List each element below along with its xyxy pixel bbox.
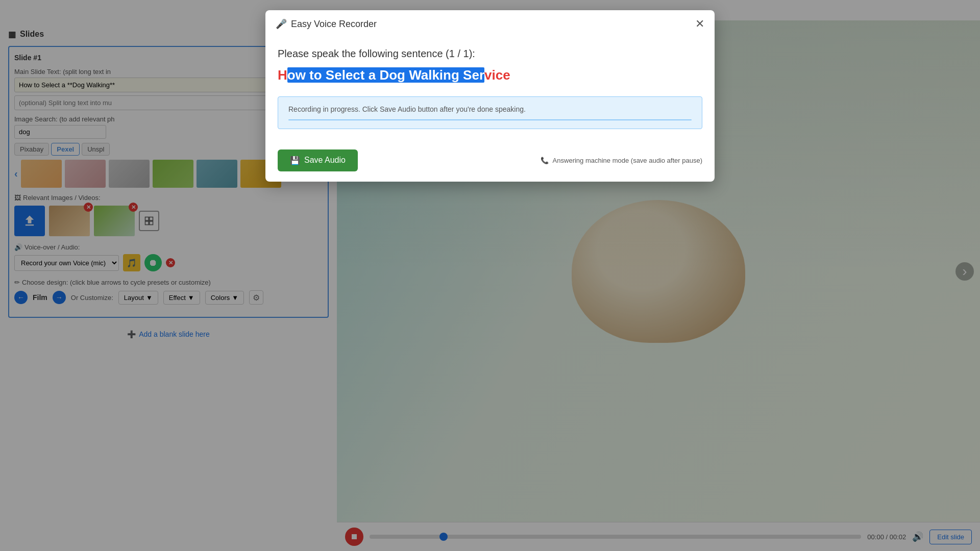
answering-machine-label: Answering machine mode (save audio after…: [553, 157, 702, 164]
sentence-text: How to Select a Dog Walking Service: [278, 67, 702, 84]
answering-machine-icon: 📞: [541, 157, 549, 164]
easy-voice-recorder-modal: 🎤 Easy Voice Recorder ✕ Please speak the…: [265, 10, 715, 182]
modal-overlay: 🎤 Easy Voice Recorder ✕ Please speak the…: [0, 0, 980, 551]
modal-footer: 💾 Save Audio 📞 Answering machine mode (s…: [265, 149, 715, 182]
modal-header: 🎤 Easy Voice Recorder ✕: [265, 10, 715, 38]
save-audio-button[interactable]: 💾 Save Audio: [278, 149, 358, 171]
save-audio-label: Save Audio: [304, 156, 346, 165]
recording-waveform: [288, 119, 692, 120]
modal-body: Please speak the following sentence (1 /…: [265, 38, 715, 149]
recording-notice-text: Recording in progress. Click Save Audio …: [288, 105, 692, 113]
sentence-selected-text: ow to Select a Dog Walking Ser: [287, 67, 484, 83]
save-icon: 💾: [290, 156, 300, 165]
mic-icon: 🎤: [276, 18, 287, 30]
sentence-part1: H: [278, 67, 287, 83]
recording-notice: Recording in progress. Click Save Audio …: [278, 96, 702, 129]
sentence-part2: vice: [484, 67, 510, 83]
modal-close-button[interactable]: ✕: [695, 18, 704, 30]
modal-title: 🎤 Easy Voice Recorder: [276, 18, 377, 30]
modal-title-text: Easy Voice Recorder: [291, 19, 377, 30]
answering-machine-option: 📞 Answering machine mode (save audio aft…: [541, 157, 702, 164]
instruction-text: Please speak the following sentence (1 /…: [278, 48, 702, 60]
